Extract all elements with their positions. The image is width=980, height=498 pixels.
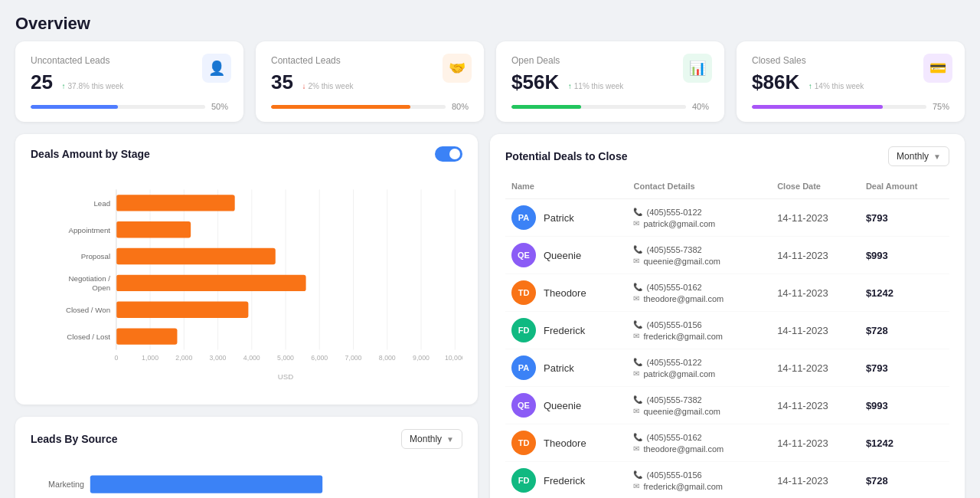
email-line: ✉ frederick@gmail.com [633, 482, 765, 491]
phone-line: 📞 (405)555-7382 [633, 395, 765, 405]
phone-number: (405)555-0162 [646, 433, 701, 442]
table-column-header: Close Date [771, 177, 860, 199]
contact-name: Queenie [544, 400, 581, 411]
email-address: theodore@gmail.com [643, 294, 724, 303]
avatar: FD [511, 468, 536, 493]
kpi-week: 37.8% this week [68, 82, 124, 90]
potential-deals-dropdown[interactable]: Monthly ▼ [888, 146, 949, 166]
svg-rect-35 [116, 328, 178, 344]
table-row: PA Patrick 📞 (405)555-0122 ✉ patrick@gma… [505, 199, 949, 237]
leads-source-chart-area: MarketingReferral [31, 460, 462, 498]
name-cell: FD Frederick [505, 462, 627, 499]
contact-details-cell: 📞 (405)555-0156 ✉ frederick@gmail.com [627, 462, 771, 499]
phone-icon: 📞 [633, 358, 642, 366]
kpi-progress-bar-bg [31, 105, 205, 109]
deal-amount-cell: $1242 [860, 424, 949, 462]
kpi-progress-bar-fill [31, 105, 118, 109]
phone-icon: 📞 [633, 208, 642, 216]
table-column-header: Name [505, 177, 627, 199]
kpi-badge: ↑ 11% this week [568, 82, 623, 90]
page-title: Overview [0, 0, 980, 41]
avatar: PA [511, 355, 536, 380]
deals-by-stage-title: Deals Amount by Stage [31, 148, 150, 160]
close-date-cell: 14-11-2023 [771, 274, 860, 312]
kpi-progress: 40% [511, 102, 709, 111]
kpi-badge: ↑ 37.8% this week [62, 82, 124, 90]
email-address: patrick@gmail.com [643, 369, 715, 378]
close-date-cell: 14-11-2023 [771, 387, 860, 424]
email-icon: ✉ [633, 257, 639, 265]
email-line: ✉ frederick@gmail.com [633, 332, 765, 341]
name-cell: PA Patrick [505, 349, 627, 387]
kpi-icon: 💳 [923, 54, 952, 83]
kpi-week: 2% this week [309, 82, 354, 90]
phone-icon: 📞 [633, 320, 642, 329]
leads-by-source-header: Leads By Source Monthly ▼ [31, 429, 462, 449]
phone-icon: 📞 [633, 283, 642, 291]
leads-by-source-panel: Leads By Source Monthly ▼ MarketingRefer… [15, 417, 478, 498]
deals-toggle[interactable] [435, 146, 462, 162]
contact-info: 📞 (405)555-0122 ✉ patrick@gmail.com [633, 358, 765, 378]
kpi-label: Uncontacted Leads [31, 55, 228, 66]
name-cell: FD Frederick [505, 312, 627, 349]
svg-text:USD: USD [278, 372, 294, 381]
phone-line: 📞 (405)555-0162 [633, 283, 765, 292]
contact-name: Theodore [544, 437, 586, 449]
contact-details-cell: 📞 (405)555-0122 ✉ patrick@gmail.com [627, 349, 771, 387]
phone-line: 📞 (405)555-0122 [633, 208, 765, 217]
deal-amount-cell: $1242 [860, 274, 949, 312]
svg-text:8,000: 8,000 [379, 354, 396, 362]
kpi-card-contacted-leads: Contacted Leads 35 ↓ 2% this week 🤝 80% [256, 41, 484, 122]
email-icon: ✉ [633, 444, 639, 453]
contact-details-cell: 📞 (405)555-0122 ✉ patrick@gmail.com [627, 199, 771, 237]
contact-name: Patrick [544, 362, 574, 374]
deal-amount-cell: $793 [860, 199, 949, 237]
kpi-percent: 80% [452, 102, 469, 111]
phone-icon: 📞 [633, 470, 642, 479]
kpi-value: 35 [271, 70, 293, 94]
kpi-badge: ↑ 14% this week [808, 82, 864, 90]
contact-info: 📞 (405)555-7382 ✉ queenie@gmail.com [633, 395, 765, 416]
table-column-header: Contact Details [627, 177, 771, 199]
contact-info: 📞 (405)555-0156 ✉ frederick@gmail.com [633, 470, 765, 491]
leads-source-chart: MarketingReferral [31, 463, 462, 498]
table-row: QE Queenie 📞 (405)555-7382 ✉ queenie@gma… [505, 387, 949, 424]
email-line: ✉ patrick@gmail.com [633, 219, 765, 228]
phone-number: (405)555-0122 [646, 358, 701, 367]
kpi-label: Open Deals [511, 55, 709, 66]
email-icon: ✉ [633, 332, 639, 340]
kpi-week: 14% this week [815, 82, 864, 90]
phone-number: (405)555-0156 [646, 470, 701, 480]
svg-text:3,000: 3,000 [210, 354, 227, 362]
contact-info: 📞 (405)555-0122 ✉ patrick@gmail.com [633, 208, 765, 228]
svg-rect-38 [90, 475, 322, 493]
email-line: ✉ theodore@gmail.com [633, 444, 765, 454]
email-line: ✉ queenie@gmail.com [633, 257, 765, 266]
contact-details-cell: 📞 (405)555-7382 ✉ queenie@gmail.com [627, 237, 771, 274]
close-date-cell: 14-11-2023 [771, 312, 860, 349]
phone-number: (405)555-7382 [646, 245, 701, 254]
svg-rect-26 [116, 221, 191, 238]
email-address: theodore@gmail.com [643, 444, 724, 454]
kpi-percent: 75% [933, 102, 949, 111]
email-address: queenie@gmail.com [643, 257, 720, 266]
close-date-cell: 14-11-2023 [771, 462, 860, 499]
potential-deals-header: Potential Deals to Close Monthly ▼ [505, 146, 949, 166]
kpi-badge: ↓ 2% this week [302, 82, 354, 90]
svg-text:Closed / Won: Closed / Won [66, 306, 110, 314]
kpi-percent: 50% [211, 102, 228, 111]
kpi-card-uncontacted-leads: Uncontacted Leads 25 ↑ 37.8% this week 👤… [15, 41, 243, 122]
kpi-row: Uncontacted Leads 25 ↑ 37.8% this week 👤… [0, 41, 980, 134]
main-row: Deals Amount by Stage 01,0002,0003,0004,… [0, 134, 980, 498]
svg-rect-31 [116, 275, 306, 291]
name-cell: QE Queenie [505, 387, 627, 424]
contact-name: Patrick [544, 212, 574, 224]
email-address: patrick@gmail.com [643, 219, 715, 228]
leads-source-dropdown[interactable]: Monthly ▼ [401, 429, 462, 449]
contact-name: Queenie [544, 250, 581, 261]
email-address: frederick@gmail.com [643, 482, 722, 491]
contact-info: 📞 (405)555-0156 ✉ frederick@gmail.com [633, 320, 765, 341]
kpi-card-closed-sales: Closed Sales $86K ↑ 14% this week 💳 75% [737, 41, 965, 122]
close-date-cell: 14-11-2023 [771, 349, 860, 387]
svg-text:5,000: 5,000 [277, 354, 294, 362]
